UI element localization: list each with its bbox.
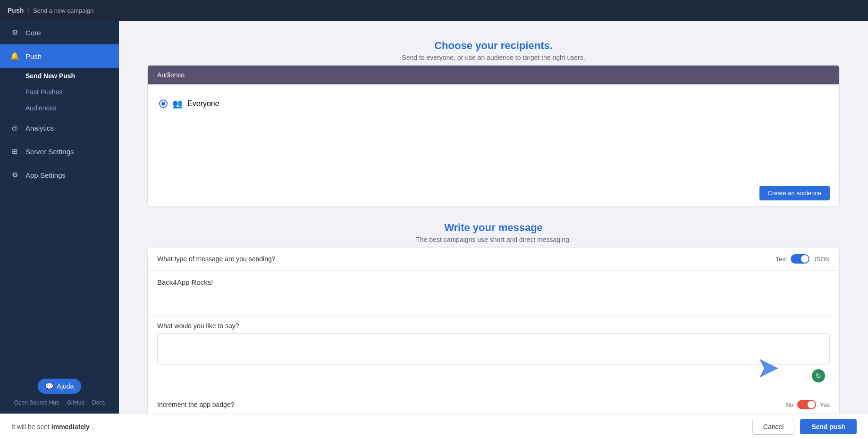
- message-subtitle: The best campaigns use short and direct …: [147, 236, 840, 243]
- sidebar-label-push: Push: [25, 52, 42, 60]
- badge-toggle-group: No Yes: [785, 400, 830, 409]
- yes-label: Yes: [820, 401, 830, 408]
- content-area: Choose your recipients. Send to everyone…: [119, 21, 868, 414]
- analytics-icon: ◎: [9, 123, 20, 133]
- sent-text: It will be sent: [11, 423, 50, 431]
- bottom-bar-text: It will be sent immediately .: [11, 423, 93, 431]
- app-settings-icon: ⚙: [9, 170, 20, 180]
- message-textarea-container: Back4App Rocks!: [148, 271, 839, 315]
- sidebar-item-app-settings[interactable]: ⚙ App Settings: [0, 163, 119, 187]
- past-pushes-label: Past Pushes: [25, 88, 63, 96]
- message-type-toggle[interactable]: [791, 254, 809, 264]
- audience-card: Audience 👥 Everyone Create an audience: [147, 65, 840, 207]
- recipients-heading: Choose your recipients. Send to everyone…: [147, 40, 840, 61]
- audience-card-body: 👥 Everyone: [148, 84, 839, 180]
- top-bar: Push | Send a new campaign: [0, 0, 868, 21]
- sidebar-label-core: Core: [25, 29, 41, 37]
- create-audience-button[interactable]: Create an audience: [759, 186, 830, 200]
- badge-toggle-knob: [808, 401, 815, 408]
- sidebar-links: Open Source Hub GitHub Docs: [8, 399, 111, 406]
- link-docs[interactable]: Docs: [92, 399, 105, 406]
- server-settings-icon: ⊞: [9, 146, 20, 157]
- sidebar: ⚙ Core 🔔 Push Send New Push Past Pushes …: [0, 21, 119, 414]
- sidebar-label-analytics: Analytics: [25, 124, 54, 132]
- link-github[interactable]: GitHub: [67, 399, 84, 406]
- no-label: No: [785, 401, 793, 408]
- people-icon: 👥: [172, 99, 183, 109]
- everyone-radio-row[interactable]: 👥 Everyone: [157, 94, 830, 114]
- bottom-bar-actions: Cancel Send push: [752, 419, 857, 435]
- audience-card-footer: Create an audience: [148, 180, 839, 206]
- badge-toggle[interactable]: [797, 400, 816, 409]
- audiences-label: Audiences: [25, 104, 56, 112]
- toggle-knob: [801, 255, 809, 263]
- say-label: What would you like to say?: [157, 322, 830, 330]
- recipients-title: Choose your recipients.: [147, 40, 840, 52]
- sidebar-item-server-settings[interactable]: ⊞ Server Settings: [0, 140, 119, 163]
- sidebar-item-audiences[interactable]: Audiences: [0, 100, 119, 116]
- recipients-subtitle: Send to everyone, or use an audience to …: [147, 54, 840, 61]
- sidebar-item-send-new-push[interactable]: Send New Push: [0, 68, 119, 84]
- sidebar-item-core[interactable]: ⚙ Core: [0, 21, 119, 44]
- audience-spacer: [157, 114, 830, 170]
- message-type-toggle-group: Text JSON: [775, 254, 830, 264]
- gear-icon: ⚙: [9, 27, 20, 38]
- radio-inner: [161, 102, 165, 106]
- audience-card-header: Audience: [148, 66, 839, 84]
- sidebar-item-analytics[interactable]: ◎ Analytics: [0, 116, 119, 140]
- audience-label: Audience: [157, 71, 185, 79]
- message-heading: Write your message The best campaigns us…: [147, 222, 840, 243]
- everyone-label: Everyone: [187, 99, 219, 108]
- link-open-source-hub[interactable]: Open Source Hub: [14, 399, 59, 406]
- sidebar-label-app-settings: App Settings: [25, 171, 66, 179]
- message-textarea[interactable]: Back4App Rocks!: [148, 271, 839, 313]
- textarea-actions: ↻: [157, 366, 830, 386]
- ajuda-label: Ajuda: [57, 382, 74, 390]
- main-layout: ⚙ Core 🔔 Push Send New Push Past Pushes …: [0, 21, 868, 414]
- plugin-label: Push: [8, 7, 24, 14]
- badge-row: Increment the app badge? No Yes: [148, 393, 839, 414]
- sidebar-item-past-pushes[interactable]: Past Pushes: [0, 84, 119, 100]
- recipients-section: Choose your recipients. Send to everyone…: [147, 40, 840, 207]
- separator: |: [27, 7, 29, 14]
- json-label: JSON: [813, 256, 830, 263]
- sidebar-bottom: 💬 Ajuda Open Source Hub GitHub Docs: [0, 371, 119, 414]
- refresh-button[interactable]: ↻: [812, 369, 825, 382]
- sidebar-label-server-settings: Server Settings: [25, 148, 74, 156]
- message-section: Write your message The best campaigns us…: [147, 222, 840, 414]
- ajuda-icon: 💬: [45, 382, 53, 390]
- everyone-radio[interactable]: [159, 99, 168, 108]
- message-card: What type of message are you sending? Te…: [147, 247, 840, 414]
- message-type-row: What type of message are you sending? Te…: [148, 248, 839, 271]
- send-new-push-label: Send New Push: [25, 72, 75, 80]
- say-textarea[interactable]: [157, 333, 830, 364]
- message-title: Write your message: [147, 222, 840, 234]
- bottom-bar: It will be sent immediately . Cancel Sen…: [0, 414, 868, 439]
- ajuda-button[interactable]: 💬 Ajuda: [38, 379, 82, 394]
- say-row: What would you like to say? ↻: [148, 315, 839, 393]
- message-type-label: What type of message are you sending?: [157, 255, 276, 263]
- page-subtitle: Send a new campaign: [33, 7, 94, 14]
- period: .: [92, 423, 93, 431]
- cancel-button[interactable]: Cancel: [752, 419, 795, 435]
- badge-label: Increment the app badge?: [157, 401, 234, 408]
- push-icon: 🔔: [9, 51, 20, 61]
- send-push-button[interactable]: Send push: [800, 419, 857, 434]
- sidebar-item-push[interactable]: 🔔 Push: [0, 44, 119, 68]
- sent-bold: immediately: [51, 423, 90, 431]
- text-label: Text: [775, 256, 787, 263]
